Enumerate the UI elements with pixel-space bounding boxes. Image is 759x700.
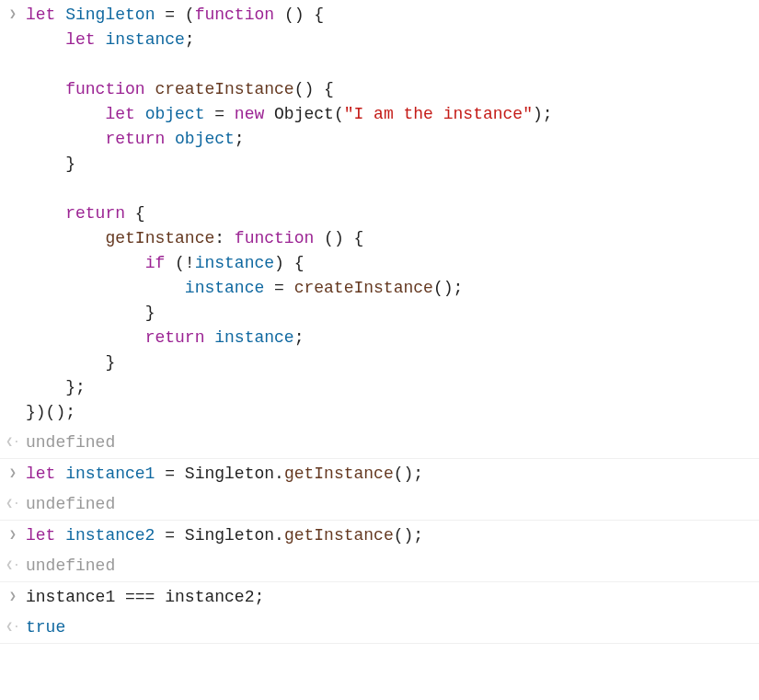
punct: { <box>125 204 145 223</box>
string-literal: "I am the instance" <box>344 105 533 123</box>
function-call: createInstance <box>294 279 433 297</box>
identifier: instance2 <box>165 588 254 606</box>
method-call: getInstance <box>284 465 394 483</box>
output-prompt-gutter: ❮· <box>0 492 26 513</box>
indent <box>26 204 65 223</box>
operator: === <box>115 588 165 606</box>
identifier: Singleton <box>185 526 274 545</box>
punct: ( <box>165 254 185 272</box>
output-prompt-gutter: ❮· <box>0 554 26 575</box>
keyword-function: function <box>195 6 274 24</box>
output-arrow-icon: ❮· <box>6 433 20 452</box>
console-output-row: ❮· undefined <box>0 551 759 582</box>
punct: ( <box>334 105 344 123</box>
keyword-new: new <box>235 105 264 123</box>
console-input-row[interactable]: ❯ let instance2 = Singleton.getInstance(… <box>0 521 759 551</box>
console-output-row: ❮· undefined <box>0 489 759 521</box>
function-name: createInstance <box>145 80 294 98</box>
punct: . <box>274 465 284 483</box>
console-input-code[interactable]: instance1 === instance2; <box>26 585 755 610</box>
punct: () { <box>294 80 334 98</box>
method-call: getInstance <box>284 526 394 545</box>
indent <box>26 279 185 297</box>
indent <box>26 304 145 322</box>
console-output-value: true <box>26 615 755 640</box>
console-input-row[interactable]: ❯ let instance1 = Singleton.getInstance(… <box>0 459 759 489</box>
output-prompt-gutter: ❮· <box>0 430 26 452</box>
identifier: instance1 <box>55 465 155 483</box>
indent <box>26 30 65 49</box>
indent <box>26 229 105 247</box>
identifier: instance <box>195 254 274 272</box>
punct: } <box>105 353 115 372</box>
punct: ; <box>254 588 264 606</box>
operator: ! <box>185 254 195 272</box>
punct: . <box>274 526 284 545</box>
punct: ; <box>294 328 305 347</box>
keyword-return: return <box>65 204 125 223</box>
input-arrow-icon: ❯ <box>9 588 17 606</box>
console-input-code[interactable]: let instance1 = Singleton.getInstance(); <box>26 462 755 487</box>
punct: = <box>264 279 293 297</box>
input-prompt-gutter: ❯ <box>0 3 26 24</box>
keyword-function: function <box>235 229 314 247</box>
keyword-if: if <box>145 254 166 272</box>
punct: (); <box>394 465 423 483</box>
output-arrow-icon: ❮· <box>6 495 20 513</box>
console-input-code[interactable]: let instance2 = Singleton.getInstance(); <box>26 523 755 548</box>
punct: } <box>65 155 75 173</box>
punct: ; <box>235 130 245 148</box>
keyword-let: let <box>26 526 55 545</box>
input-prompt-gutter: ❯ <box>0 585 26 606</box>
punct: ); <box>533 105 553 123</box>
punct: () { <box>314 229 363 247</box>
keyword-let: let <box>65 30 95 49</box>
console-output-row: ❮· true <box>0 613 759 644</box>
punct: () { <box>274 6 324 24</box>
console-output-value: undefined <box>26 430 755 455</box>
output-arrow-icon: ❮· <box>6 618 20 637</box>
console-output-row: ❮· undefined <box>0 428 759 459</box>
punct: })(); <box>26 403 75 421</box>
indent <box>26 353 105 372</box>
identifier: object <box>165 130 235 148</box>
indent <box>26 155 65 173</box>
console-input-row[interactable]: ❯ let Singleton = (function () { let ins… <box>0 0 759 428</box>
identifier: instance1 <box>26 588 115 606</box>
keyword-let: let <box>105 105 134 123</box>
punct: (); <box>433 279 463 297</box>
output-prompt-gutter: ❮· <box>0 615 26 637</box>
punct: = <box>155 465 184 483</box>
keyword-return: return <box>145 328 205 347</box>
input-prompt-gutter: ❯ <box>0 523 26 545</box>
indent <box>26 254 145 272</box>
punct: = ( <box>155 6 194 24</box>
keyword-function: function <box>65 80 144 98</box>
punct: } <box>145 304 155 322</box>
identifier: object <box>135 105 205 123</box>
indent <box>26 328 145 347</box>
identifier: instance <box>96 30 185 49</box>
output-arrow-icon: ❮· <box>6 557 20 575</box>
indent <box>26 105 105 123</box>
punct: = <box>155 526 184 545</box>
punct: ) { <box>274 254 304 272</box>
punct: (); <box>394 526 423 545</box>
identifier: instance <box>204 328 293 347</box>
constructor-name: Object <box>264 105 334 123</box>
indent <box>26 80 65 98</box>
console-output-value: undefined <box>26 492 755 517</box>
input-arrow-icon: ❯ <box>9 465 17 483</box>
console-input-code[interactable]: let Singleton = (function () { let insta… <box>26 3 755 425</box>
identifier: Singleton <box>65 6 155 24</box>
input-arrow-icon: ❯ <box>9 526 17 545</box>
console-output-value: undefined <box>26 554 755 579</box>
punct: ; <box>185 30 195 49</box>
console-input-row[interactable]: ❯ instance1 === instance2; <box>0 582 759 613</box>
identifier: Singleton <box>185 465 274 483</box>
keyword-return: return <box>105 130 165 148</box>
punct: : <box>214 229 235 247</box>
identifier: instance2 <box>55 526 155 545</box>
keyword-let: let <box>26 465 55 483</box>
indent <box>26 378 65 396</box>
